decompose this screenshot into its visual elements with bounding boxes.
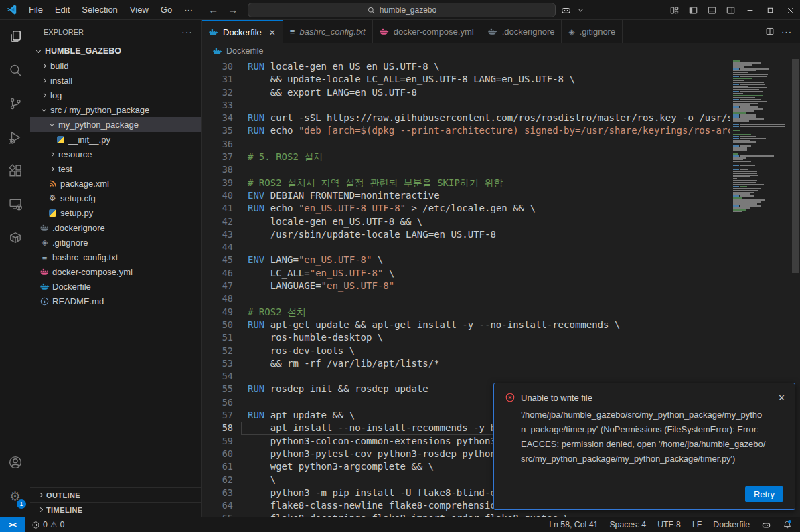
tab-close-icon[interactable]: ✕ [269,28,276,37]
tree-item-test[interactable]: test [30,161,201,176]
menu-file[interactable]: File [23,3,49,17]
code-line-30[interactable]: 30RUN locale-gen en_US en_US.UTF-8 \ [202,60,730,73]
code-line-53[interactable]: 53 && rm -rf /var/lib/apt/lists/* [202,357,730,370]
activity-account-icon[interactable] [0,446,30,479]
editor-more-actions[interactable]: ··· [781,27,792,37]
tree-root-folder[interactable]: HUMBLE_GAZEBO [30,43,201,58]
code-line-38[interactable]: 38 [202,163,730,176]
code-line-47[interactable]: 47 LANGUAGE="en_US.UTF-8" [202,280,730,292]
customize-layout-icon[interactable] [665,0,684,20]
activity-run-debug-icon[interactable] [0,120,30,154]
code-line-50[interactable]: 50RUN apt-get update && apt-get install … [202,319,730,331]
code-line-49[interactable]: 49# ROS2 설치 [202,306,730,319]
tree-item-package-xml[interactable]: package.xml [30,176,201,191]
tree-item-build[interactable]: build [30,58,201,73]
activity-containers-icon[interactable] [0,221,30,254]
code-line-43[interactable]: 43 /usr/sbin/update-locale LANG=en_US.UT… [202,228,730,241]
copilot-icon[interactable] [556,0,575,20]
indentation[interactable]: Spaces: 4 [609,520,646,529]
tab-bashrc-config-txt[interactable]: ≡ bashrc_config.txt [283,20,373,43]
toggle-sidebar-icon[interactable] [684,0,702,20]
section-outline[interactable]: OUTLINE [30,487,201,502]
menu-view[interactable]: View [124,3,155,17]
section-timeline[interactable]: TIMELINE [30,502,201,517]
code-line-39[interactable]: 39# ROS2 설치시 지역 설정 관련되 부분을 SKIP하기 위함 [202,177,730,189]
tree-item-setup-cfg[interactable]: ⚙setup.cfg [30,191,201,205]
code-line-32[interactable]: 32 && export LANG=en_US.UTF-8 [202,86,730,99]
minimap-line [733,140,789,141]
code-line-36[interactable]: 36 [202,138,730,151]
tree-item-readme-md[interactable]: README.md [30,294,201,308]
code-line-54[interactable]: 54 [202,370,730,383]
copilot-status-icon[interactable] [761,520,771,530]
eol-sequence[interactable]: LF [692,520,702,529]
toggle-panel-icon[interactable] [702,0,721,20]
code-line-65[interactable]: 65 flake8-docstrings flake8-import-order… [202,512,730,517]
tab-docker-compose-yml[interactable]: docker-compose.yml [373,20,481,43]
line-number: 38 [202,163,233,176]
encoding[interactable]: UTF-8 [657,520,681,529]
menu-edit[interactable]: Edit [49,3,76,17]
copilot-chevron-icon[interactable] [575,0,586,20]
tree-item-install[interactable]: install [30,73,201,88]
code-line-48[interactable]: 48 [202,292,730,305]
breadcrumb[interactable]: Dockerfile [202,43,800,58]
language-mode[interactable]: Dockerfile [713,520,750,529]
notifications-bell-icon[interactable] [783,520,792,529]
remote-indicator[interactable]: >< [0,517,25,532]
code-line-46[interactable]: 46 LC_ALL="en_US.UTF-8" \ [202,267,730,280]
tree-item-log[interactable]: log [30,88,201,102]
tab--dockerignore[interactable]: .dockerignore [481,20,562,43]
minimap-line [733,157,789,159]
tree-item-src-my-python-package[interactable]: src / my_python_package [30,102,201,117]
activity-settings-gear-icon[interactable]: ⚙1 [0,479,30,513]
code-line-40[interactable]: 40ENV DEBIAN_FRONTEND=noninteractive [202,189,730,202]
activity-extensions-icon[interactable] [0,154,30,187]
menu-selection[interactable]: Selection [76,3,123,17]
tree-item-setup-py[interactable]: setup.py [30,205,201,220]
code-line-52[interactable]: 52 ros-dev-tools \ [202,345,730,357]
nav-back-icon[interactable]: ← [208,4,218,15]
code-line-45[interactable]: 45ENV LANG="en_US.UTF-8" \ [202,254,730,266]
tree-item--dockerignore[interactable]: .dockerignore [30,220,201,235]
tree-item-docker-compose-yml[interactable]: docker-compose.yml [30,264,201,279]
code-line-42[interactable]: 42 locale-gen en_US.UTF-8 && \ [202,215,730,228]
code-line-44[interactable]: 44 [202,241,730,254]
code-line-37[interactable]: 37# 5. ROS2 설치 [202,151,730,163]
tab--gitignore[interactable]: ◈ .gitignore [562,20,623,43]
maximize-button[interactable] [760,0,780,20]
activity-explorer-icon[interactable] [0,20,30,54]
code-line-51[interactable]: 51 ros-humble-desktop \ [202,331,730,344]
tree-item--gitignore[interactable]: ◈.gitignore [30,235,201,250]
nav-forward-icon[interactable]: → [228,4,238,15]
notification-close-icon[interactable]: ✕ [778,393,785,403]
tree-item-my-python-package[interactable]: my_python_package [30,117,201,132]
tree-item-resource[interactable]: resource [30,147,201,161]
toggle-secondary-sidebar-icon[interactable] [721,0,740,20]
cursor-position[interactable]: Ln 58, Col 41 [549,520,598,529]
code-line-31[interactable]: 31 && update-locale LC_ALL=en_US.UTF-8 L… [202,73,730,86]
tab-dockerfile[interactable]: Dockerfile ✕ [202,20,283,43]
close-button[interactable] [780,0,800,20]
minimize-button[interactable] [740,0,760,20]
activity-remote-explorer-icon[interactable] [0,187,30,221]
menu-go[interactable]: Go [155,3,178,17]
tree-item--init-py[interactable]: __init__.py [30,132,201,147]
code-line-35[interactable]: 35RUN echo "deb [arch=$(dpkg --print-arc… [202,124,730,137]
minimap-line [733,95,789,96]
code-line-34[interactable]: 34RUN curl -sSL https://raw.githubuserco… [202,112,730,124]
menu-more[interactable]: ··· [178,3,199,17]
editor-scrollbar[interactable] [792,59,799,273]
command-center-search[interactable]: humble_gazebo [248,3,556,17]
split-editor-icon[interactable] [765,27,775,36]
activity-source-control-icon[interactable] [0,87,30,120]
problems-indicator[interactable]: 0 ⚠ 0 [25,520,71,529]
activity-search-icon[interactable] [0,54,30,87]
minimap-line [733,153,789,155]
explorer-more-actions[interactable]: ··· [181,27,193,37]
code-line-41[interactable]: 41RUN echo "en_US.UTF-8 UTF-8" > /etc/lo… [202,202,730,215]
retry-button[interactable]: Retry [745,486,783,502]
code-line-33[interactable]: 33 [202,99,730,112]
tree-item-dockerfile[interactable]: Dockerfile [30,279,201,294]
tree-item-bashrc-config-txt[interactable]: ≡bashrc_config.txt [30,250,201,264]
